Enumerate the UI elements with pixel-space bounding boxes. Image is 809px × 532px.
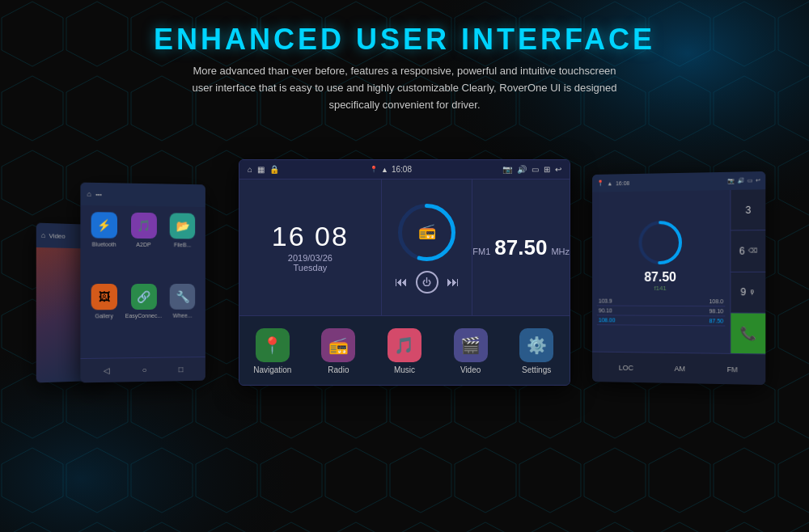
camera-status-icon: 📷 [502, 165, 512, 174]
app-fileb[interactable]: 📂 FileB... [166, 213, 199, 281]
lock-status-icon: 🔒 [269, 165, 279, 174]
right-gps-icon: 📍 [597, 180, 604, 187]
fileb-icon: 📂 [170, 213, 195, 239]
page-subtitle: More advanced than ever before, features… [170, 57, 639, 113]
call-btn[interactable]: 📞 [731, 314, 765, 354]
app-wheel[interactable]: 🔧 Whee... [166, 284, 199, 351]
right-bat-icon: ▭ [748, 178, 753, 184]
dial-svg: 📻 [396, 202, 457, 263]
status-right: 📷 🔊 ▭ ⊞ ↩ [502, 165, 561, 174]
home-icon-mid: ⌂ [87, 190, 92, 198]
home-status-icon: ⌂ [248, 165, 252, 174]
screens-container: ⌂ Video ▶ ↺ ⚙ ⌂ ▪▪▪ ⚡ Bluetooth [0, 139, 809, 398]
page-title: ENHANCED USER INTERFACE [154, 23, 655, 57]
right-body: 87.50 f141 103.9108.0 90.1098.10 108.008… [592, 190, 765, 354]
prev-track-btn[interactable]: ⏮ [395, 275, 408, 289]
video-label: Video [49, 232, 65, 240]
radio-controls: ⏮ ⏻ ⏭ [395, 271, 460, 293]
phone-icon: 📞 [740, 326, 756, 341]
app-a2dp[interactable]: 🎵 A2DP [125, 213, 162, 280]
signal-icon: ▲ [381, 166, 388, 174]
expand-status-icon: ⊞ [544, 165, 550, 174]
bat-status-icon: ▭ [532, 165, 539, 174]
page-content: ENHANCED USER INTERFACE More advanced th… [0, 0, 809, 532]
bluetooth-icon: ⚡ [91, 213, 116, 239]
gps-icon: 📍 [370, 166, 378, 173]
wheel-icon: 🔧 [170, 284, 195, 310]
right-time: 16:08 [616, 180, 629, 186]
app-bluetooth[interactable]: ⚡ Bluetooth [87, 213, 121, 281]
home-btn: ○ [142, 365, 146, 374]
main-app-grid: 📍 Navigation 📻 Radio 🎵 Music 🎬 Video ⚙️ [239, 315, 570, 386]
screen-mid-left: ⌂ ▪▪▪ ⚡ Bluetooth 🎵 A2DP 📂 FileB... 🖼 [80, 183, 205, 383]
right-freq-sub: f141 [654, 285, 666, 292]
nav-label: Navigation [253, 365, 291, 374]
music-app-btn[interactable]: 🎵 Music [371, 316, 438, 386]
date-value: 2019/03/26 [288, 253, 332, 263]
a2dp-label: A2DP [136, 242, 150, 247]
screen-main: ⌂ ▦ 🔒 📍 ▲ 16:08 📷 🔊 ▭ ⊞ ↩ [239, 159, 570, 386]
main-body: 16 08 2019/03/26 Tuesday 📻 [239, 179, 570, 315]
dial-container: 📻 [396, 202, 457, 263]
status-center: 📍 ▲ 16:08 [370, 165, 412, 174]
am-label: AM [675, 365, 685, 373]
video-icon: 🎬 [454, 328, 488, 362]
right-radio-section: 87.50 f141 103.9108.0 90.1098.10 108.008… [592, 190, 731, 353]
settings-icon: ⚙️ [519, 328, 553, 362]
num-3-row[interactable]: 3 [731, 190, 765, 231]
title-section: ENHANCED USER INTERFACE More advanced th… [154, 0, 655, 123]
day-value: Tuesday [288, 263, 332, 272]
fm-label: FM1 [472, 247, 490, 256]
next-track-btn[interactable]: ⏭ [447, 275, 460, 289]
recent-btn: □ [179, 365, 184, 374]
radio-dial-panel: 📻 ⏮ ⏻ ⏭ [382, 179, 473, 315]
app-easyconnect[interactable]: 🔗 EasyConnec... [125, 284, 162, 351]
mid-left-status-bar: ⌂ ▪▪▪ [80, 183, 205, 207]
right-status-right: 📷 🔊 ▭ ↩ [727, 178, 760, 185]
easyconnect-label: EasyConnec... [125, 313, 162, 319]
radio-app-btn[interactable]: 📻 Radio [306, 316, 372, 386]
right-bottom-bar: LOC AM FM [592, 352, 765, 385]
gallery-icon: 🖼 [91, 284, 116, 310]
freq-row-3: 108.0087.50 [597, 315, 725, 326]
fm-unit: MHz [551, 247, 570, 256]
radio-icon: 📻 [321, 328, 355, 362]
clock-panel: 16 08 2019/03/26 Tuesday [239, 179, 382, 315]
back-status-icon: ↩ [555, 165, 561, 174]
num-9-row[interactable]: 9 🎙 [731, 272, 765, 314]
num-3: 3 [745, 205, 751, 216]
right-status-left: 📍 ▲ 16:08 [597, 179, 629, 187]
backspace-icon: ⌫ [748, 247, 757, 255]
right-signal-icon: ▲ [607, 180, 612, 186]
home-icon: ⌂ [41, 231, 46, 239]
right-back-icon: ↩ [756, 178, 760, 184]
mid-left-app-grid: ⚡ Bluetooth 🎵 A2DP 📂 FileB... 🖼 Gallery … [80, 205, 205, 358]
settings-label: Settings [522, 365, 551, 374]
vol-status-icon: 🔊 [517, 165, 527, 174]
clock-display: 16 08 [272, 222, 349, 250]
num-6-row[interactable]: 6 ⌫ [731, 231, 765, 272]
num-9: 9 [740, 287, 746, 298]
battery-icon-mid: ▪▪▪ [95, 192, 102, 197]
fileb-label: FileB... [174, 243, 191, 248]
video-label-main: Video [460, 365, 481, 374]
video-app-btn[interactable]: 🎬 Video [438, 316, 504, 386]
music-label: Music [394, 365, 415, 374]
right-vol-icon: 🔊 [738, 178, 745, 184]
status-time: 16:08 [392, 165, 412, 174]
date-display: 2019/03/26 Tuesday [288, 253, 332, 272]
fm-label-right: FM [727, 365, 738, 374]
mic-icon: 🎙 [749, 289, 756, 296]
main-status-bar: ⌂ ▦ 🔒 📍 ▲ 16:08 📷 🔊 ▭ ⊞ ↩ [239, 160, 570, 179]
fm-info-panel: FM1 87.50 MHz [472, 179, 570, 315]
right-freq-list: 103.9108.0 90.1098.10 108.0087.50 [597, 297, 725, 327]
gallery-label: Gallery [95, 314, 112, 319]
app-gallery[interactable]: 🖼 Gallery [87, 284, 121, 352]
nav-icon: 📍 [256, 328, 290, 362]
right-freq-display: 87.50 [644, 270, 676, 285]
right-cam-icon: 📷 [727, 178, 735, 184]
nav-app-btn[interactable]: 📍 Navigation [239, 316, 306, 386]
play-pause-btn[interactable]: ⏻ [416, 271, 438, 293]
bluetooth-label: Bluetooth [92, 242, 116, 247]
settings-app-btn[interactable]: ⚙️ Settings [503, 316, 570, 386]
